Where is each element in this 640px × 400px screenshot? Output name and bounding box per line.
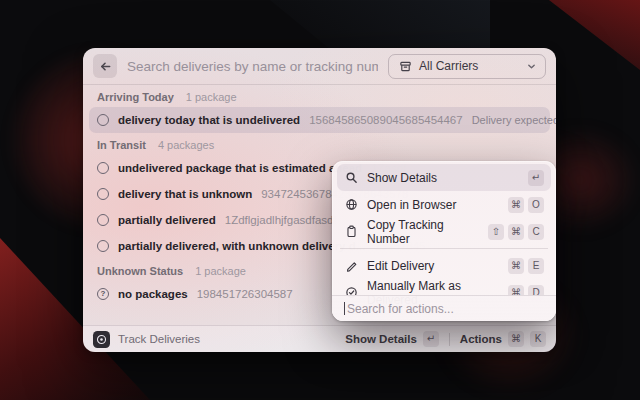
progress-circle-icon: [97, 240, 109, 252]
back-button[interactable]: [93, 54, 117, 78]
extension-name: Track Deliveries: [118, 333, 200, 345]
globe-icon: [344, 198, 358, 211]
section-header-in-transit: In Transit 4 packages: [89, 135, 550, 155]
action-search-bar: [332, 295, 556, 321]
desktop: All Carriers Arriving Today 1 package de…: [0, 0, 640, 400]
menu-item-label: Open in Browser: [367, 198, 456, 212]
delivery-title: undelivered package that is estimated ah…: [118, 162, 362, 174]
status-bar: Track Deliveries Show Details ↵ Actions …: [83, 325, 556, 352]
section-header-arriving-today: Arriving Today 1 package: [89, 87, 550, 107]
menu-item-open-in-browser[interactable]: Open in Browser ⌘ O: [337, 191, 551, 218]
search-input[interactable]: [127, 59, 378, 74]
menu-item-edit-delivery[interactable]: Edit Delivery ⌘ E: [337, 252, 551, 279]
section-count: 4 packages: [158, 139, 214, 151]
delivery-eta-text: Delivery expected today: [472, 114, 556, 126]
action-search-input[interactable]: [347, 302, 544, 316]
magnifier-icon: [344, 171, 358, 184]
k-key-icon: K: [530, 331, 546, 347]
footer-divider: [449, 333, 450, 346]
shift-key-icon: ⇧: [488, 224, 504, 240]
delivery-title: delivery that is unknown: [118, 188, 252, 200]
section-title: In Transit: [97, 139, 146, 151]
menu-item-label: Copy Tracking Number: [367, 218, 479, 246]
actions-button[interactable]: Actions: [460, 333, 502, 345]
tracking-number: 1Zdflgjadlhjfgasdfasdf: [225, 214, 337, 226]
delivery-title: no packages: [118, 288, 188, 300]
c-key-icon: C: [528, 224, 544, 240]
menu-separator: [340, 248, 548, 249]
package-box-icon: [398, 60, 412, 73]
extension-icon: [93, 331, 110, 348]
cmd-key-icon: ⌘: [508, 224, 524, 240]
action-panel-items: Show Details ↵ Open in Browser ⌘ O: [332, 161, 556, 306]
section-title: Unknown Status: [97, 265, 183, 277]
tracking-number: 156845865089045685454467: [309, 114, 463, 126]
carrier-dropdown[interactable]: All Carriers: [388, 54, 546, 79]
action-panel: Show Details ↵ Open in Browser ⌘ O: [332, 161, 556, 321]
progress-circle-icon: [97, 188, 109, 200]
primary-action-button[interactable]: Show Details: [345, 333, 417, 345]
question-circle-icon: ?: [97, 288, 109, 300]
return-key-icon: ↵: [423, 331, 439, 347]
delivery-title: delivery today that is undelivered: [118, 114, 300, 126]
clipboard-icon: [344, 225, 358, 238]
tracking-number: 198451726304587: [197, 288, 293, 300]
menu-item-show-details[interactable]: Show Details ↵: [337, 164, 551, 191]
delivery-title: partially delivered, with unknown delive…: [118, 240, 365, 252]
menu-item-copy-tracking-number[interactable]: Copy Tracking Number ⇧ ⌘ C: [337, 218, 551, 245]
cmd-key-icon: ⌘: [508, 258, 524, 274]
menu-item-label: Edit Delivery: [367, 259, 434, 273]
e-key-icon: E: [528, 258, 544, 274]
section-title: Arriving Today: [97, 91, 174, 103]
progress-circle-icon: [97, 114, 109, 126]
menu-item-label: Show Details: [367, 171, 437, 185]
o-key-icon: O: [528, 197, 544, 213]
progress-circle-icon: [97, 162, 109, 174]
section-count: 1 package: [186, 91, 237, 103]
cmd-key-icon: ⌘: [508, 331, 524, 347]
carrier-dropdown-label: All Carriers: [419, 59, 520, 73]
text-caret: [344, 302, 345, 315]
pencil-icon: [344, 259, 358, 272]
return-key-icon: ↵: [528, 170, 544, 186]
search-header: All Carriers: [83, 48, 556, 85]
delivery-title: partially delivered: [118, 214, 216, 226]
chevron-down-icon: [527, 62, 536, 71]
section-count: 1 package: [195, 265, 246, 277]
delivery-row-undelivered-today[interactable]: delivery today that is undelivered 15684…: [89, 107, 550, 133]
arrow-left-icon: [99, 60, 112, 73]
progress-circle-icon: [97, 214, 109, 226]
cmd-key-icon: ⌘: [508, 197, 524, 213]
